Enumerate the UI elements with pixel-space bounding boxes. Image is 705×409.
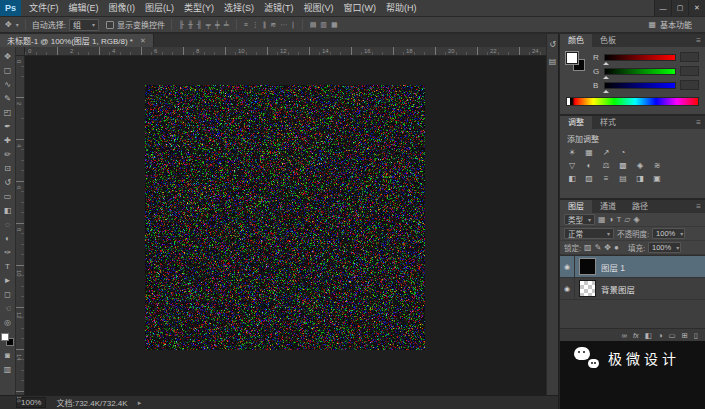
new-layer-icon[interactable]: ⊞: [682, 331, 688, 340]
red-value-field[interactable]: [680, 52, 699, 62]
panel-color-swatches[interactable]: [566, 52, 586, 72]
pen-tool-icon[interactable]: ✑: [0, 245, 15, 259]
photo-filter-adjustment-icon[interactable]: ◈: [633, 159, 647, 172]
green-slider-track[interactable]: [604, 68, 676, 75]
color-lookup-adjustment-icon[interactable]: ◧: [565, 172, 579, 185]
blue-slider-track[interactable]: [604, 82, 676, 89]
threshold-adjustment-icon[interactable]: ▤: [616, 172, 630, 185]
gradient-map-adjustment-icon[interactable]: ◨: [633, 172, 647, 185]
align-icon-2[interactable]: ╢: [196, 21, 203, 28]
hue-saturation-adjustment-icon[interactable]: ◐: [582, 159, 596, 172]
color-panel-tab-1[interactable]: 色板: [592, 34, 624, 47]
arrange-icon-2[interactable]: ▦: [330, 21, 339, 29]
path-selection-tool-icon[interactable]: ►: [0, 273, 15, 287]
vibrance-adjustment-icon[interactable]: ▽: [565, 159, 579, 172]
show-transform-checkbox[interactable]: [106, 21, 114, 29]
healing-brush-tool-icon[interactable]: ✚: [0, 133, 15, 147]
tab-close-icon[interactable]: ✕: [140, 37, 146, 45]
align-icon-5[interactable]: ╧: [223, 21, 230, 28]
dodge-tool-icon[interactable]: ◐: [0, 231, 15, 245]
filter-adjustment-layers-icon[interactable]: ◑: [609, 215, 614, 224]
opacity-dropdown[interactable]: 100% ▾: [652, 228, 685, 239]
add-layer-mask-icon[interactable]: ◧: [645, 331, 652, 340]
slider-marker-icon[interactable]: [603, 73, 609, 79]
document-tab[interactable]: 未标题-1 @ 100%(图层 1, RGB/8) * ✕: [0, 34, 154, 47]
panel-menu-icon[interactable]: ≡: [692, 116, 705, 129]
crop-tool-icon[interactable]: ◰: [0, 105, 15, 119]
green-value-field[interactable]: [680, 66, 699, 76]
move-tool-icon[interactable]: ✥: [0, 49, 15, 63]
ruler-origin-corner[interactable]: [16, 47, 25, 56]
maximize-button[interactable]: ▢: [671, 0, 688, 16]
channel-mixer-adjustment-icon[interactable]: ≋: [650, 159, 664, 172]
foreground-background-swatches[interactable]: [1, 333, 14, 346]
horizontal-ruler[interactable]: 024681012141618202224: [16, 47, 546, 56]
link-layers-icon[interactable]: ∞: [622, 331, 627, 340]
tool-preset-caret-icon[interactable]: ▾: [16, 21, 19, 28]
brush-tool-icon[interactable]: ✏: [0, 147, 15, 161]
minimize-button[interactable]: —: [654, 0, 671, 16]
selective-color-adjustment-icon[interactable]: ▣: [650, 172, 664, 185]
filter-shape-layers-icon[interactable]: ▱: [624, 215, 630, 224]
arrange-icon-0[interactable]: ▤: [309, 21, 318, 29]
vertical-ruler[interactable]: 0246810121416: [16, 56, 25, 395]
brightness-contrast-adjustment-icon[interactable]: ☀: [565, 146, 579, 159]
gradient-tool-icon[interactable]: ◧: [0, 203, 15, 217]
distribute-icon-5[interactable]: ∣: [290, 21, 296, 29]
layer-filter-dropdown[interactable]: 类型 ▾: [564, 214, 595, 225]
lock-position-icon[interactable]: ✥: [604, 243, 611, 252]
distribute-icon-0[interactable]: ≡: [243, 21, 249, 29]
distribute-icon-3[interactable]: ≋: [269, 21, 277, 29]
eyedropper-tool-icon[interactable]: ✒: [0, 119, 15, 133]
blue-slider[interactable]: B: [593, 80, 699, 90]
layer-row-1[interactable]: ◉背景图层: [560, 278, 705, 300]
layers-panel-tab-2[interactable]: 路径: [624, 200, 656, 213]
align-icon-1[interactable]: ╫: [187, 21, 194, 28]
align-icon-0[interactable]: ╟: [178, 21, 185, 28]
history-panel-icon[interactable]: ↺: [549, 40, 556, 49]
layers-panel-tab-0[interactable]: 图层: [560, 200, 592, 213]
lasso-tool-icon[interactable]: ∿: [0, 77, 15, 91]
move-tool-preset-icon[interactable]: ✥: [4, 20, 13, 29]
status-expand-arrow-icon[interactable]: ▸: [138, 399, 142, 407]
type-tool-icon[interactable]: T: [0, 259, 15, 273]
quick-mask-icon[interactable]: ◙: [0, 348, 15, 362]
clone-stamp-tool-icon[interactable]: ⊡: [0, 161, 15, 175]
adjustments-panel-tab-0[interactable]: 调整: [560, 116, 592, 129]
layer-thumbnail[interactable]: [579, 280, 596, 297]
lock-transparency-icon[interactable]: ▨: [584, 243, 592, 252]
layer-name[interactable]: 图层 1: [601, 261, 625, 273]
color-panel-tab-0[interactable]: 颜色: [560, 34, 592, 47]
layer-row-0[interactable]: ◉图层 1: [560, 256, 705, 278]
lock-pixels-icon[interactable]: ✎: [595, 243, 602, 252]
distribute-icon-1[interactable]: ⋮: [251, 21, 260, 29]
filter-pixel-layers-icon[interactable]: ▦: [598, 215, 606, 224]
canvas-area[interactable]: [16, 47, 546, 395]
lock-all-icon[interactable]: ●: [614, 243, 619, 252]
align-icon-3[interactable]: ╤: [205, 21, 212, 28]
menu-item-2[interactable]: 图像(I): [104, 0, 141, 16]
color-spectrum-bar[interactable]: [566, 97, 699, 106]
exposure-adjustment-icon[interactable]: ◔: [616, 146, 630, 159]
shape-tool-icon[interactable]: ◻: [0, 287, 15, 301]
document-noise-image[interactable]: [145, 85, 425, 350]
slider-marker-icon[interactable]: [603, 87, 609, 93]
black-white-adjustment-icon[interactable]: ▩: [616, 159, 630, 172]
blur-tool-icon[interactable]: ◌: [0, 217, 15, 231]
blend-mode-dropdown[interactable]: 正常 ▾: [564, 228, 614, 239]
menu-item-7[interactable]: 视图(V): [299, 0, 339, 16]
menu-item-4[interactable]: 类型(Y): [179, 0, 219, 16]
posterize-adjustment-icon[interactable]: ≡: [599, 172, 613, 185]
slider-marker-icon[interactable]: [603, 59, 609, 65]
close-button[interactable]: ✕: [688, 0, 705, 16]
menu-item-9[interactable]: 帮助(H): [381, 0, 422, 16]
layers-panel-tab-1[interactable]: 通道: [592, 200, 624, 213]
foreground-color-swatch[interactable]: [566, 52, 578, 64]
new-group-icon[interactable]: ▭: [668, 331, 675, 340]
new-adjustment-layer-icon[interactable]: ◑: [658, 331, 663, 340]
workspace-switcher[interactable]: 基本功能: [660, 19, 692, 30]
distribute-icon-2[interactable]: ∥: [262, 21, 268, 29]
layer-visibility-icon[interactable]: ◉: [560, 278, 575, 299]
menu-item-0[interactable]: 文件(F): [24, 0, 64, 16]
layer-visibility-icon[interactable]: ◉: [560, 256, 575, 277]
